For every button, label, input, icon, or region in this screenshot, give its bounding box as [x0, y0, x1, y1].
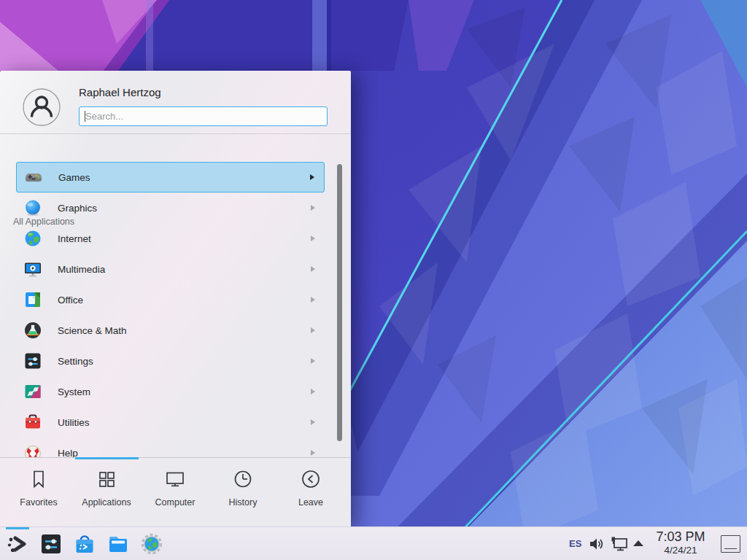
graphics-icon — [23, 198, 42, 217]
submenu-arrow-icon — [311, 266, 315, 272]
category-label: Help — [58, 448, 311, 458]
submenu-arrow-icon — [311, 450, 315, 456]
digital-clock[interactable]: 7:03 PM 4/24/21 — [650, 529, 711, 556]
tab-computer[interactable]: Computer — [142, 462, 209, 521]
category-label: Graphics — [58, 203, 311, 214]
category-label: Utilities — [58, 417, 311, 428]
show-desktop-button[interactable] — [721, 535, 740, 553]
scrollbar[interactable] — [337, 164, 342, 441]
web-browser-button[interactable] — [140, 532, 163, 556]
category-row-games[interactable]: Games — [16, 162, 325, 192]
user-icon — [23, 88, 61, 126]
launcher-button[interactable] — [6, 532, 29, 556]
submenu-arrow-icon — [311, 236, 315, 241]
tab-leave[interactable]: Leave — [277, 462, 344, 521]
user-name: Raphael Hertzog — [79, 86, 161, 98]
category-list: Games Graphics — [0, 162, 351, 457]
file-manager-button[interactable] — [107, 532, 130, 556]
science-math-icon — [23, 321, 42, 340]
keyboard-layout-indicator[interactable]: ES — [569, 538, 581, 549]
help-icon — [23, 443, 42, 457]
clock-time: 7:03 PM — [650, 529, 711, 545]
office-icon — [23, 290, 42, 309]
category-row-science-math[interactable]: Science & Math — [16, 315, 325, 346]
app-grid-icon — [96, 468, 117, 490]
launcher-active-indicator — [6, 527, 29, 529]
discover-button[interactable] — [73, 532, 96, 556]
submenu-arrow-icon — [311, 358, 315, 364]
category-row-utilities[interactable]: Utilities — [16, 407, 325, 438]
discover-store-icon — [73, 532, 96, 556]
category-row-graphics[interactable]: Graphics — [16, 192, 325, 223]
settings-icon — [23, 351, 42, 370]
system-settings-icon — [39, 532, 63, 556]
user-avatar[interactable] — [23, 88, 61, 126]
category-label: Multimedia — [58, 264, 311, 275]
category-label: Science & Math — [58, 325, 311, 336]
footer-divider — [0, 457, 351, 458]
category-label: Internet — [58, 233, 311, 244]
tab-label: Computer — [142, 497, 209, 508]
category-label: Settings — [58, 356, 311, 367]
submenu-arrow-icon — [311, 297, 315, 303]
search-box[interactable] — [79, 106, 328, 126]
category-row-settings[interactable]: Settings — [16, 346, 325, 376]
category-label: System — [58, 386, 311, 397]
category-row-help[interactable]: Help — [16, 438, 325, 457]
utilities-icon — [23, 413, 42, 432]
internet-icon — [23, 229, 42, 248]
system-settings-button[interactable] — [39, 532, 63, 556]
category-row-system[interactable]: System — [16, 376, 325, 407]
tab-history[interactable]: History — [209, 462, 276, 521]
category-row-multimedia[interactable]: Multimedia — [16, 254, 325, 284]
expand-tray-icon[interactable] — [631, 539, 646, 548]
leave-icon — [300, 468, 322, 490]
tab-label: Applications — [73, 497, 140, 508]
clock-date: 4/24/21 — [650, 545, 711, 556]
launcher-header: Raphael Hertzog — [0, 71, 351, 134]
category-label: Office — [58, 295, 311, 306]
submenu-arrow-icon — [311, 389, 315, 394]
category-label: Games — [58, 172, 310, 183]
submenu-arrow-icon — [311, 205, 315, 211]
multimedia-icon — [23, 260, 42, 279]
category-row-internet[interactable]: Internet — [16, 223, 325, 254]
system-icon — [23, 382, 42, 401]
monitor-icon — [164, 468, 186, 490]
volume-icon[interactable] — [588, 535, 605, 553]
category-row-office[interactable]: Office — [16, 284, 325, 315]
tab-applications[interactable]: Applications — [73, 462, 140, 521]
network-icon[interactable] — [610, 535, 629, 553]
application-launcher-menu: Raphael Hertzog All Applications — [0, 71, 351, 526]
taskbar: ES 7:03 PM 4/24/21 — [0, 526, 747, 560]
tab-favorites[interactable]: Favorites — [5, 462, 72, 521]
file-manager-icon — [107, 532, 130, 556]
submenu-arrow-icon — [310, 174, 314, 180]
clock-icon — [232, 468, 254, 490]
web-browser-icon — [140, 532, 163, 556]
submenu-arrow-icon — [311, 327, 315, 333]
bookmark-icon — [28, 468, 50, 490]
submenu-arrow-icon — [311, 419, 315, 425]
kde-launcher-icon — [6, 532, 29, 556]
desktop: Raphael Hertzog All Applications — [0, 0, 747, 560]
search-input[interactable] — [85, 107, 319, 125]
games-icon — [24, 168, 43, 187]
tab-label: History — [209, 497, 276, 508]
tab-label: Leave — [277, 497, 344, 508]
tab-label: Favorites — [5, 497, 72, 508]
active-tab-indicator — [75, 457, 139, 459]
